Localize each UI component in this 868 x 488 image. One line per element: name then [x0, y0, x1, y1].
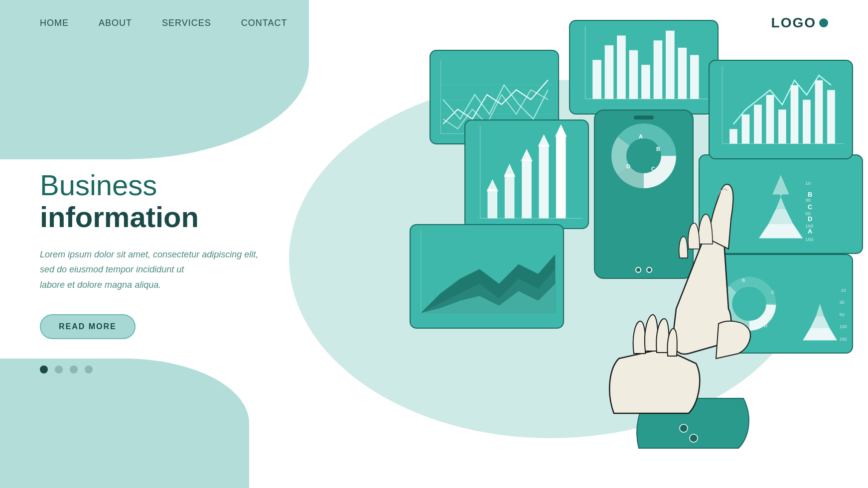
- nav-links: HOME ABOUT SERVICES CONTACT: [40, 18, 287, 28]
- pagination-dots: [40, 366, 93, 373]
- bg-blob-bottom-left: [0, 359, 249, 488]
- svg-marker-25: [538, 134, 550, 146]
- nav-contact[interactable]: CONTACT: [241, 18, 288, 28]
- hero-title: Business information: [40, 169, 319, 233]
- svg-text:150: 150: [840, 337, 847, 342]
- read-more-button[interactable]: READ MORE: [40, 314, 136, 339]
- svg-rect-20: [505, 174, 515, 218]
- svg-rect-8: [605, 45, 614, 99]
- nav-about[interactable]: ABOUT: [99, 18, 132, 28]
- chart-area-bottom: [410, 224, 564, 329]
- hand-illustration: [589, 149, 838, 458]
- svg-text:100: 100: [840, 324, 847, 329]
- svg-marker-23: [521, 149, 533, 161]
- svg-rect-10: [629, 50, 638, 99]
- svg-rect-7: [592, 60, 601, 99]
- svg-text:50: 50: [840, 312, 845, 317]
- svg-rect-52: [742, 115, 750, 144]
- svg-rect-57: [803, 100, 811, 143]
- nav-home[interactable]: HOME: [40, 18, 69, 28]
- pagination-dot-3[interactable]: [70, 366, 78, 373]
- logo-text: LOGO: [771, 15, 816, 31]
- logo-dot-icon: [819, 18, 828, 27]
- svg-text:30: 30: [840, 300, 845, 305]
- svg-rect-55: [778, 110, 786, 144]
- hero-title-bold: information: [40, 201, 199, 233]
- navigation: HOME ABOUT SERVICES CONTACT LOGO: [40, 15, 828, 31]
- bar-top-svg: [570, 21, 718, 114]
- phone-notch: [634, 116, 654, 120]
- chart-bar-top: [569, 20, 719, 115]
- svg-rect-18: [487, 189, 497, 218]
- area-bottom-svg: [411, 225, 563, 328]
- svg-point-81: [680, 424, 688, 432]
- chart-line-right: [709, 60, 853, 159]
- svg-marker-19: [486, 179, 498, 192]
- svg-point-82: [690, 434, 698, 442]
- svg-rect-13: [666, 31, 675, 99]
- svg-rect-12: [654, 40, 663, 99]
- charts-area: A B C D A D C B 150 100 50 30: [370, 10, 868, 478]
- svg-rect-26: [556, 135, 566, 218]
- arrows-svg: [465, 121, 588, 228]
- svg-rect-15: [690, 55, 699, 99]
- pagination-dot-2[interactable]: [55, 366, 63, 373]
- svg-rect-58: [815, 80, 823, 143]
- pagination-dot-4[interactable]: [85, 366, 93, 373]
- svg-rect-9: [617, 35, 626, 99]
- svg-text:10: 10: [841, 288, 846, 293]
- hero-description: Lorem ipsum dolor sit amet, consectetur …: [40, 247, 319, 293]
- svg-rect-53: [754, 105, 762, 143]
- nav-services[interactable]: SERVICES: [162, 18, 211, 28]
- svg-rect-59: [827, 90, 835, 144]
- svg-rect-24: [539, 145, 549, 218]
- svg-marker-21: [504, 163, 516, 177]
- svg-rect-54: [766, 95, 774, 144]
- pagination-dot-1[interactable]: [40, 366, 48, 373]
- svg-marker-27: [555, 124, 567, 137]
- svg-rect-14: [678, 48, 687, 99]
- chart-arrows: [464, 120, 589, 229]
- svg-rect-56: [791, 85, 799, 144]
- svg-rect-51: [729, 129, 737, 143]
- hero-title-light: Business: [40, 169, 157, 201]
- logo: LOGO: [771, 15, 828, 31]
- svg-rect-11: [641, 65, 650, 99]
- hero-content: Business information Lorem ipsum dolor s…: [40, 169, 319, 339]
- hand-svg: [589, 149, 838, 458]
- line-right-svg: [710, 61, 852, 158]
- svg-text:A: A: [639, 133, 643, 139]
- svg-rect-22: [522, 160, 532, 219]
